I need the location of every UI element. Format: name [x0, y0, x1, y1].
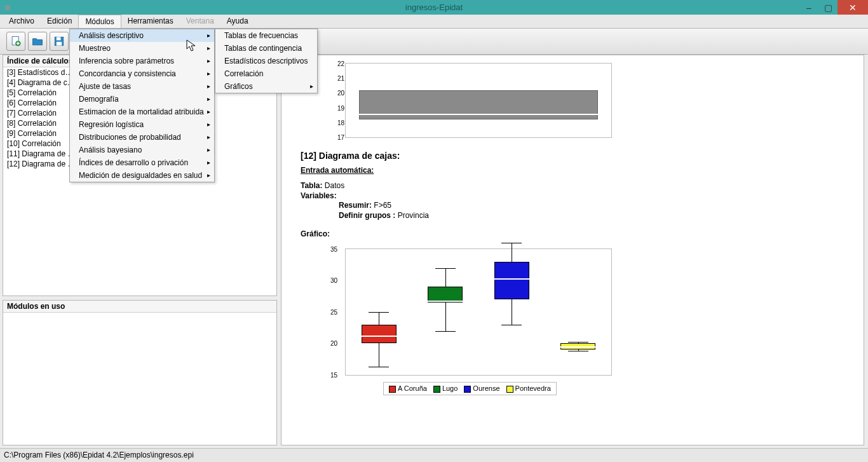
menu-item[interactable]: Tablas de frecuencias: [215, 29, 317, 42]
y-tick: 35: [330, 245, 337, 252]
legend-item: Pontevedra: [506, 384, 551, 393]
submenu-arrow-icon: ▸: [207, 159, 210, 166]
menu-item[interactable]: Demografía▸: [70, 93, 214, 105]
menu-item[interactable]: Tablas de contingencia: [215, 42, 317, 55]
submenu-arrow-icon: ▸: [207, 70, 210, 77]
menu-herramientas[interactable]: Herramientas: [121, 15, 180, 28]
y-tick: 20: [330, 340, 337, 347]
boxplot-group: [354, 249, 404, 375]
boxplot-chart: 1520253035: [345, 248, 612, 376]
menu-item[interactable]: Inferencia sobre parámetros▸: [70, 55, 214, 67]
y-tick: 17: [337, 134, 344, 141]
submenu-arrow-icon: ▸: [207, 44, 210, 51]
boxplot-group: [553, 249, 603, 375]
tabla-label: Tabla:: [301, 181, 322, 190]
submenu-arrow-icon: ▸: [207, 83, 210, 90]
app-icon: [5, 5, 10, 10]
menu-edición[interactable]: Edición: [41, 15, 78, 28]
boxplot-legend: A CoruñaLugoOurensePontevedra: [383, 382, 557, 395]
menu-item[interactable]: Muestreo▸: [70, 42, 214, 55]
svg-rect-3: [57, 37, 61, 40]
submenu-arrow-icon: ▸: [207, 121, 210, 128]
tabla-value: Datos: [325, 181, 344, 190]
y-tick: 21: [337, 75, 344, 82]
save-button[interactable]: [50, 32, 69, 51]
menu-item[interactable]: Estadísticos descriptivos: [215, 55, 317, 67]
statusbar: C:\Program Files (x86)\Epidat 4.2\Ejempl…: [0, 448, 868, 462]
y-tick: 20: [337, 90, 344, 97]
menubar: ArchivoEdiciónMódulosHerramientasVentana…: [0, 15, 868, 29]
output-panel: dos 171819202122 [12] Diagrama de cajas:…: [281, 55, 864, 445]
close-button[interactable]: ✕: [837, 0, 868, 15]
menu-item[interactable]: Índices de desarrollo o privación▸: [70, 156, 214, 169]
boxplot-group: [487, 249, 537, 375]
y-tick: 15: [330, 371, 337, 378]
legend-item: Lugo: [433, 384, 458, 393]
boxplot-group: [420, 249, 470, 375]
y-tick: 22: [337, 60, 344, 67]
y-tick: 30: [330, 277, 337, 284]
menu-módulos[interactable]: Módulos: [78, 15, 121, 28]
maximize-button[interactable]: ▢: [818, 0, 837, 15]
modules-panel: Módulos en uso: [3, 300, 277, 445]
submenu-arrow-icon: ▸: [207, 146, 210, 153]
submenu-arrow-icon: ▸: [207, 32, 210, 39]
resumir-label: Resumir:: [339, 201, 372, 210]
submenu-arrow-icon: ▸: [207, 57, 210, 64]
y-tick: 19: [337, 104, 344, 111]
window-titlebar: ingresos-Epidat – ▢ ✕: [0, 0, 868, 15]
resumir-value: F>65: [374, 201, 391, 210]
variables-label: Variables:: [301, 191, 337, 200]
menu-item[interactable]: Regresión logística▸: [70, 118, 214, 131]
submenu-arrow-icon: ▸: [207, 133, 210, 140]
grafico-label: Gráfico:: [301, 229, 330, 238]
y-tick: 25: [330, 308, 337, 315]
top-box-strip-chart: 171819202122: [345, 63, 612, 138]
menu-ventana[interactable]: Ventana: [180, 15, 220, 28]
menu-ayuda[interactable]: Ayuda: [220, 15, 255, 28]
minimize-button[interactable]: –: [799, 0, 818, 15]
grupos-label: Definir grupos :: [339, 211, 395, 220]
grupos-value: Provincia: [398, 211, 429, 220]
modulos-dropdown: Análisis descriptivo▸Muestreo▸Inferencia…: [69, 29, 215, 182]
window-title: ingresos-Epidat: [405, 3, 463, 12]
menu-item[interactable]: Ajuste de tasas▸: [70, 80, 214, 93]
menu-item[interactable]: Concordancia y consistencia▸: [70, 67, 214, 80]
modules-panel-title: Módulos en uso: [3, 301, 276, 313]
open-button[interactable]: [28, 32, 47, 51]
submenu-arrow-icon: ▸: [207, 95, 210, 102]
menu-item[interactable]: Medición de desigualdades en salud▸: [70, 169, 214, 182]
legend-item: A Coruña: [389, 384, 427, 393]
analisis-descriptivo-submenu: Tablas de frecuenciasTablas de contingen…: [215, 29, 318, 93]
menu-item[interactable]: Distribuciones de probabilidad▸: [70, 131, 214, 144]
svg-rect-4: [57, 42, 62, 46]
submenu-arrow-icon: ▸: [310, 83, 313, 90]
menu-item[interactable]: Correlación: [215, 67, 317, 80]
menu-item[interactable]: Análisis descriptivo▸: [70, 29, 214, 42]
section-title: [12] Diagrama de cajas:: [301, 151, 844, 161]
entrada-heading: Entrada automática:: [301, 166, 374, 175]
menu-item[interactable]: Estimacion de la mortalidad atribuida▸: [70, 105, 214, 118]
submenu-arrow-icon: ▸: [207, 108, 210, 115]
menu-item[interactable]: Gráficos▸: [215, 80, 317, 93]
new-doc-button[interactable]: [6, 32, 25, 51]
menu-archivo[interactable]: Archivo: [3, 15, 41, 28]
menu-item[interactable]: Análisis bayesiano▸: [70, 144, 214, 156]
statusbar-path: C:\Program Files (x86)\Epidat 4.2\Ejempl…: [4, 451, 194, 459]
submenu-arrow-icon: ▸: [207, 172, 210, 179]
legend-item: Ourense: [464, 384, 499, 393]
y-tick: 18: [337, 119, 344, 126]
